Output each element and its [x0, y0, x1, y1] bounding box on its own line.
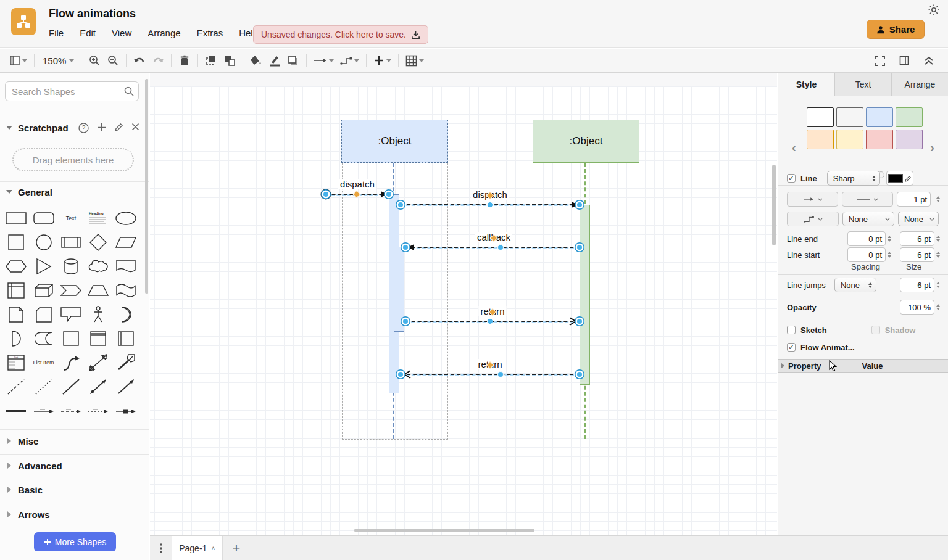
line-width-input[interactable]: 1 pt — [897, 192, 931, 207]
scratchpad-header[interactable]: Scratchpad ? — [0, 120, 149, 136]
shape-diamond[interactable] — [85, 233, 112, 252]
presets-prev-button[interactable]: ‹ — [792, 141, 796, 155]
shape-heading[interactable]: Heading — [85, 208, 112, 228]
shape-process[interactable] — [57, 233, 85, 252]
add-page-button[interactable]: + — [223, 536, 250, 560]
line-style-select[interactable]: Sharp — [827, 171, 880, 186]
object-box-left[interactable]: :Object — [341, 120, 448, 163]
line-start-size-input[interactable]: 6 pt — [900, 247, 934, 262]
edge-endpoint-handle[interactable] — [576, 201, 584, 209]
section-basic[interactable]: Basic — [0, 482, 149, 498]
zoom-level-button[interactable]: 150% — [38, 52, 77, 69]
page-tab[interactable]: Page-1 ˄ — [172, 536, 223, 560]
shape-line[interactable] — [57, 377, 85, 396]
shape-note[interactable] — [2, 305, 30, 324]
message-line[interactable] — [405, 247, 580, 248]
shape-parallelogram[interactable] — [112, 233, 139, 252]
section-general[interactable]: General — [0, 184, 149, 200]
table-button[interactable] — [402, 52, 427, 69]
style-preset-blue[interactable] — [866, 107, 893, 127]
shape-step[interactable] — [57, 281, 85, 300]
shape-and[interactable] — [2, 329, 30, 348]
shape-link[interactable] — [2, 401, 30, 420]
edge-midpoint-handle[interactable] — [487, 202, 493, 208]
shadow-checkbox[interactable] — [871, 326, 880, 334]
help-icon[interactable]: ? — [78, 123, 89, 133]
section-arrows[interactable]: Arrows — [0, 506, 149, 522]
shape-vertical-container[interactable] — [85, 329, 112, 348]
arrow-start-dropdown[interactable] — [787, 192, 838, 207]
menu-edit[interactable]: Edit — [80, 28, 96, 38]
shape-card[interactable] — [30, 305, 57, 324]
line-start-spacing-stepper[interactable] — [888, 252, 891, 258]
close-icon[interactable] — [131, 123, 139, 131]
shape-dotted-arrow-link[interactable] — [85, 401, 112, 420]
waypoints-dropdown[interactable] — [787, 212, 839, 226]
collapse-toolbar-button[interactable] — [920, 52, 938, 69]
shape-cube[interactable] — [30, 281, 57, 300]
section-misc[interactable]: Misc — [0, 433, 149, 449]
edge-endpoint-handle[interactable] — [576, 244, 584, 252]
style-preset-gray[interactable] — [836, 107, 863, 127]
edge-endpoint-handle[interactable] — [397, 371, 405, 379]
edge-endpoint-handle[interactable] — [402, 244, 410, 252]
edge-endpoint-handle[interactable] — [576, 371, 584, 379]
document-title[interactable]: Flow animations — [49, 7, 136, 20]
connection-select-2[interactable]: None — [898, 212, 939, 226]
edge-endpoint-handle[interactable] — [397, 201, 405, 209]
style-preset-white[interactable] — [807, 107, 834, 127]
to-front-button[interactable] — [202, 52, 220, 69]
shape-list[interactable]: List — [2, 353, 30, 372]
search-shapes-input[interactable] — [5, 81, 139, 101]
edge-endpoint-handle[interactable] — [576, 318, 584, 326]
add-icon[interactable] — [97, 123, 106, 132]
scratchpad-drop-area[interactable]: Drag elements here — [12, 148, 134, 171]
line-checkbox[interactable] — [787, 174, 796, 183]
sketch-checkbox[interactable] — [787, 326, 796, 334]
line-width-stepper[interactable] — [936, 196, 940, 202]
edit-pencil-icon[interactable] — [114, 123, 123, 132]
menu-view[interactable]: View — [112, 28, 131, 38]
undo-button[interactable] — [130, 52, 149, 69]
tab-arrange[interactable]: Arrange — [891, 73, 948, 96]
line-jumps-size-input[interactable]: 6 pt — [900, 278, 934, 292]
sidebar-scrollbar[interactable] — [145, 79, 148, 294]
delete-button[interactable] — [175, 52, 194, 69]
menu-file[interactable]: File — [49, 28, 64, 38]
shape-dashed-line[interactable] — [2, 377, 30, 396]
shape-square[interactable] — [2, 233, 30, 252]
shape-actor[interactable] — [85, 305, 112, 324]
shape-cloud[interactable] — [85, 257, 112, 276]
shape-hexagon[interactable] — [2, 257, 30, 276]
shape-curve[interactable] — [57, 353, 85, 372]
waypoint-style-button[interactable] — [337, 52, 362, 69]
view-layout-button[interactable] — [6, 52, 30, 69]
menu-arrange[interactable]: Arrange — [148, 28, 180, 38]
shape-list-item[interactable]: List Item — [30, 353, 57, 372]
line-end-size-stepper[interactable] — [936, 236, 940, 242]
shape-ellipse[interactable] — [112, 208, 139, 228]
message-line[interactable] — [401, 374, 580, 375]
presets-next-button[interactable]: › — [930, 141, 934, 155]
style-preset-purple[interactable] — [896, 130, 923, 149]
shape-rectangle[interactable] — [2, 208, 30, 228]
style-preset-green[interactable] — [896, 107, 923, 127]
shape-cylinder[interactable] — [57, 257, 85, 276]
shadow-button[interactable] — [284, 52, 302, 69]
line-jumps-size-stepper[interactable] — [936, 282, 940, 288]
canvas-horizontal-scrollbar[interactable] — [354, 529, 534, 532]
line-end-spacing-stepper[interactable] — [888, 236, 891, 242]
activation-bar-right[interactable] — [580, 205, 590, 385]
flow-animation-checkbox[interactable] — [787, 343, 796, 352]
shape-tape[interactable] — [112, 281, 139, 300]
tab-style[interactable]: Style — [778, 73, 834, 96]
shape-node-link[interactable] — [112, 401, 139, 420]
shape-circle[interactable] — [30, 233, 57, 252]
fullscreen-button[interactable] — [870, 52, 889, 69]
fill-color-button[interactable] — [247, 52, 265, 69]
line-color-picker[interactable] — [886, 171, 913, 186]
object-box-right[interactable]: :Object — [533, 120, 639, 163]
style-preset-orange[interactable] — [807, 130, 834, 149]
edge-midpoint-handle[interactable] — [497, 371, 504, 377]
shape-trapezoid[interactable] — [85, 281, 112, 300]
